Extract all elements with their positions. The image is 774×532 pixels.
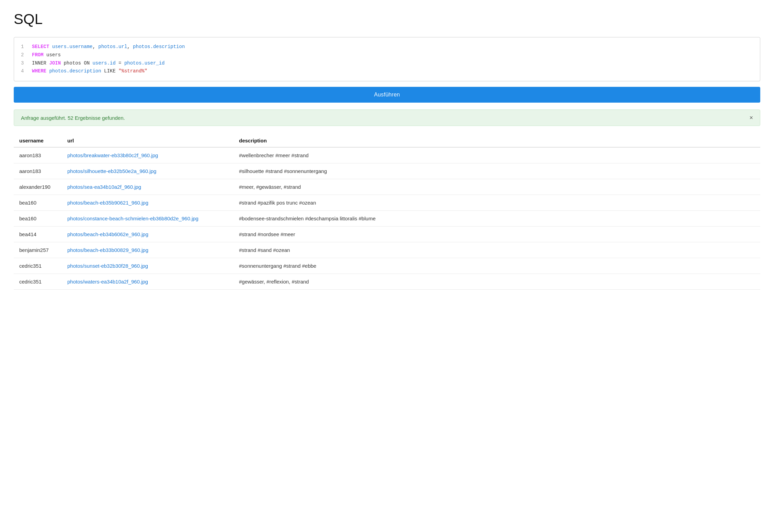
- cell-description: #strand #nordsee #meer: [234, 227, 760, 242]
- table-row: aaron183photos/breakwater-eb33b80c2f_960…: [14, 147, 760, 163]
- cell-url[interactable]: photos/breakwater-eb33b80c2f_960.jpg: [62, 147, 234, 163]
- table-row: bea160photos/beach-eb35b90621_960.jpg#st…: [14, 195, 760, 211]
- cell-url[interactable]: photos/constance-beach-schmielen-eb36b80…: [62, 211, 234, 227]
- close-banner-button[interactable]: ×: [749, 115, 753, 121]
- col-header-username: username: [14, 134, 62, 147]
- url-link[interactable]: photos/breakwater-eb33b80c2f_960.jpg: [67, 152, 158, 158]
- cell-username: benjamin257: [14, 242, 62, 258]
- cell-username: aaron183: [14, 147, 62, 163]
- url-link[interactable]: photos/sunset-eb32b30f28_960.jpg: [67, 263, 148, 269]
- cell-description: #strand #pazifik pos trunc #ozean: [234, 195, 760, 211]
- cell-description: #sonnenuntergang #strand #ebbe: [234, 258, 760, 274]
- cell-description: #gewässer, #reflexion, #strand: [234, 274, 760, 290]
- col-header-url: url: [62, 134, 234, 147]
- col-header-description: description: [234, 134, 760, 147]
- url-link[interactable]: photos/sea-ea34b10a2f_960.jpg: [67, 184, 141, 190]
- cell-url[interactable]: photos/beach-eb34b6062e_960.jpg: [62, 227, 234, 242]
- table-row: bea160photos/constance-beach-schmielen-e…: [14, 211, 760, 227]
- results-table: username url description aaron183photos/…: [14, 134, 760, 290]
- cell-url[interactable]: photos/sunset-eb32b30f28_960.jpg: [62, 258, 234, 274]
- table-row: cedric351photos/sunset-eb32b30f28_960.jp…: [14, 258, 760, 274]
- sql-line-4: 4 WHERE photos.description LIKE "%strand…: [21, 67, 753, 76]
- table-row: bea414photos/beach-eb34b6062e_960.jpg#st…: [14, 227, 760, 242]
- cell-description: #strand #sand #ozean: [234, 242, 760, 258]
- sql-line-2: 2 FROM users: [21, 51, 753, 59]
- line-number-2: 2: [21, 51, 26, 59]
- url-link[interactable]: photos/beach-eb34b6062e_960.jpg: [67, 231, 148, 237]
- url-link[interactable]: photos/silhouette-eb32b50e2a_960.jpg: [67, 168, 156, 174]
- cell-username: bea160: [14, 211, 62, 227]
- sql-editor[interactable]: 1 SELECT users.username, photos.url, pho…: [14, 37, 760, 81]
- line-number-3: 3: [21, 59, 26, 68]
- line-number-4: 4: [21, 67, 26, 76]
- url-link[interactable]: photos/beach-eb35b90621_960.jpg: [67, 200, 148, 206]
- page-title: SQL: [14, 11, 760, 27]
- sql-line-1: 1 SELECT users.username, photos.url, pho…: [21, 43, 753, 51]
- table-row: cedric351photos/waters-ea34b10a2f_960.jp…: [14, 274, 760, 290]
- cell-url[interactable]: photos/silhouette-eb32b50e2a_960.jpg: [62, 163, 234, 179]
- cell-description: #silhouette #strand #sonnenuntergang: [234, 163, 760, 179]
- table-row: aaron183photos/silhouette-eb32b50e2a_960…: [14, 163, 760, 179]
- cell-username: bea414: [14, 227, 62, 242]
- sql-code-4: WHERE photos.description LIKE "%strand%": [32, 67, 147, 76]
- url-link[interactable]: photos/constance-beach-schmielen-eb36b80…: [67, 216, 198, 221]
- table-body: aaron183photos/breakwater-eb33b80c2f_960…: [14, 147, 760, 290]
- cell-username: cedric351: [14, 258, 62, 274]
- cell-url[interactable]: photos/waters-ea34b10a2f_960.jpg: [62, 274, 234, 290]
- cell-description: #bodensee-strandschmielen #deschampsia l…: [234, 211, 760, 227]
- run-button[interactable]: Ausführen: [14, 87, 760, 103]
- sql-code-1: SELECT users.username, photos.url, photo…: [32, 43, 185, 51]
- line-number-1: 1: [21, 43, 26, 51]
- cell-username: cedric351: [14, 274, 62, 290]
- cell-url[interactable]: photos/sea-ea34b10a2f_960.jpg: [62, 179, 234, 195]
- cell-username: bea160: [14, 195, 62, 211]
- url-link[interactable]: photos/waters-ea34b10a2f_960.jpg: [67, 279, 148, 285]
- cell-username: alexander190: [14, 179, 62, 195]
- cell-description: #meer, #gewässer, #strand: [234, 179, 760, 195]
- url-link[interactable]: photos/beach-eb33b00829_960.jpg: [67, 247, 148, 253]
- cell-url[interactable]: photos/beach-eb33b00829_960.jpg: [62, 242, 234, 258]
- success-banner: Anfrage ausgeführt. 52 Ergebnisse gefund…: [14, 109, 760, 126]
- cell-username: aaron183: [14, 163, 62, 179]
- cell-description: #wellenbrecher #meer #strand: [234, 147, 760, 163]
- table-header: username url description: [14, 134, 760, 147]
- sql-code-2: FROM users: [32, 51, 61, 59]
- table-row: alexander190photos/sea-ea34b10a2f_960.jp…: [14, 179, 760, 195]
- banner-message: Anfrage ausgeführt. 52 Ergebnisse gefund…: [21, 115, 125, 121]
- sql-line-3: 3 INNER JOIN photos ON users.id = photos…: [21, 59, 753, 68]
- cell-url[interactable]: photos/beach-eb35b90621_960.jpg: [62, 195, 234, 211]
- table-row: benjamin257photos/beach-eb33b00829_960.j…: [14, 242, 760, 258]
- sql-code-3: INNER JOIN photos ON users.id = photos.u…: [32, 59, 165, 68]
